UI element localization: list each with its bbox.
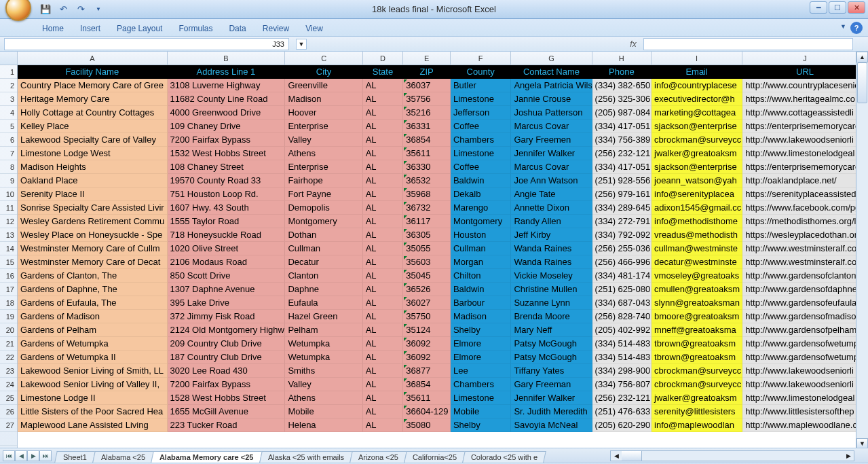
cell[interactable]: Morgan [451,255,511,269]
cell[interactable]: Montgomery [451,215,511,228]
row-header-9[interactable]: 9 [0,174,17,188]
cell[interactable]: slynn@greatoaksman [652,296,742,310]
header-cell-state[interactable]: State [363,65,404,79]
cell[interactable]: 36330 [403,160,451,174]
column-header-B[interactable]: B [168,52,286,65]
scroll-up-icon[interactable]: ▲ [856,52,868,63]
formula-input[interactable] [643,38,853,50]
cell[interactable]: Enterprise [285,120,362,133]
cell[interactable]: sjackson@enterprise [652,120,742,133]
sheet-tab[interactable]: Alaska <25 with emails [259,451,353,463]
cell[interactable]: (256) 255-036 [592,242,652,255]
cell[interactable]: Gardens of Wetumpka [18,337,168,351]
cell[interactable]: Hoover [285,106,362,120]
cell[interactable]: http://www.cottageassistedli [742,106,868,120]
cell[interactable]: (256) 466-996 [592,255,652,269]
column-header-D[interactable]: D [363,52,404,65]
cell[interactable]: 4000 Greenwood Drive [168,106,286,120]
row-header-20[interactable]: 20 [0,323,17,337]
cell[interactable]: 35080 [403,418,451,432]
select-all-corner[interactable] [0,52,17,65]
office-button[interactable] [5,0,31,21]
cell[interactable]: (334) 756-807 [592,378,652,391]
cell[interactable]: Lakewood Senior Living of Valley II, [18,378,168,391]
tab-nav-last-icon[interactable]: ⏭ [39,450,52,461]
cell[interactable]: Shelby [451,418,511,432]
cell[interactable]: 1607 Hwy. 43 South [168,201,286,215]
cell[interactable]: Lakewood Senior Living of Smith, LL [18,364,168,378]
cell[interactable]: info@maplewoodlan [652,418,742,432]
cell[interactable]: Gary Freemen [511,133,592,147]
cell[interactable]: 11682 County Line Road [168,92,286,106]
cell[interactable]: Enterprise [285,160,362,174]
cell[interactable]: (256) 325-306 [592,92,652,106]
cell[interactable]: (205) 987-084 [592,106,652,120]
cell[interactable]: http://www.countryplacesenic [742,79,868,92]
cell[interactable]: Gardens of Wetumpka II [18,351,168,364]
row-header-2[interactable]: 2 [0,79,17,92]
cell[interactable]: AL [363,418,404,432]
row-header-19[interactable]: 19 [0,310,17,323]
sheet-tab[interactable]: Sheet1 [54,451,95,463]
cell[interactable]: Sr. Judith Meredith [511,405,592,418]
cell[interactable]: Gardens of Madison [18,310,168,323]
cell[interactable]: (334) 298-900 [592,364,652,378]
cell[interactable]: http://www.limestonelodgeal [742,147,868,160]
cell[interactable]: Chilton [451,269,511,283]
cell[interactable]: jwalker@greatoaksm [652,391,742,405]
cell[interactable]: Suzanne Lynn [511,296,592,310]
cell[interactable]: AL [363,215,404,228]
scroll-thumb[interactable] [857,63,867,103]
cell[interactable]: AL [363,378,404,391]
row-header-12[interactable]: 12 [0,215,17,228]
cell[interactable]: Jefferson [451,106,511,120]
ribbon-tab-page-layout[interactable]: Page Layout [109,21,170,36]
cell[interactable]: Elmore [451,351,511,364]
row-header-8[interactable]: 8 [0,160,17,174]
header-cell-address-line-1[interactable]: Address Line 1 [168,65,286,79]
cell[interactable]: Patsy McGough [511,337,592,351]
row-header-3[interactable]: 3 [0,92,17,106]
minimize-button[interactable]: ━ [810,1,827,14]
cell[interactable]: Kelley Place [18,120,168,133]
fx-icon[interactable]: fx [627,39,639,50]
cell[interactable]: Chambers [451,133,511,147]
cell[interactable]: serenity@littlesisters [652,405,742,418]
header-cell-zip[interactable]: ZIP [403,65,451,79]
cell[interactable]: Houston [451,228,511,242]
cell[interactable]: Jannie Crouse [511,92,592,106]
cell[interactable]: 35045 [403,269,451,283]
cell[interactable]: Butler [451,79,511,92]
cell[interactable]: (251) 476-633 [592,405,652,418]
cell[interactable]: http://www.gardensofclanton. [742,269,868,283]
cell[interactable]: Athens [285,391,362,405]
cell[interactable]: 718 Honeysuckle Road [168,228,286,242]
cell[interactable]: AL [363,269,404,283]
ribbon-minimize-icon[interactable]: ▼ [840,23,846,30]
cell[interactable]: AL [363,391,404,405]
cell[interactable]: AL [363,79,404,92]
cell[interactable]: AL [363,147,404,160]
cell[interactable]: http://www.lakewoodseniorli [742,378,868,391]
cell[interactable]: Westminster Memory Care of Cullm [18,242,168,255]
cell[interactable]: AL [363,351,404,364]
maximize-button[interactable]: ☐ [829,1,846,14]
cell[interactable]: 35750 [403,310,451,323]
cell[interactable]: tbrown@greatoaksm [652,337,742,351]
cell[interactable]: Marcus Covar [511,160,592,174]
cell[interactable]: Gary Freeman [511,378,592,391]
column-header-C[interactable]: C [285,52,362,65]
cell[interactable]: decatur@westminste [652,255,742,269]
cell[interactable]: (334) 289-645 [592,201,652,215]
cell[interactable]: cbrockman@surveycc [652,364,742,378]
header-cell-facility-name[interactable]: Facility Name [18,65,168,79]
cell[interactable]: AL [363,92,404,106]
cell[interactable]: Shelby [451,323,511,337]
cell[interactable]: 36854 [403,378,451,391]
cell[interactable]: Christine Mullen [511,283,592,296]
header-cell-url[interactable]: URL [742,65,868,79]
cell[interactable]: http://www.gardensofdaphne [742,283,868,296]
cell[interactable]: Wetumpka [285,351,362,364]
cell[interactable]: info@serenityplacea [652,188,742,201]
cell[interactable]: 35055 [403,242,451,255]
